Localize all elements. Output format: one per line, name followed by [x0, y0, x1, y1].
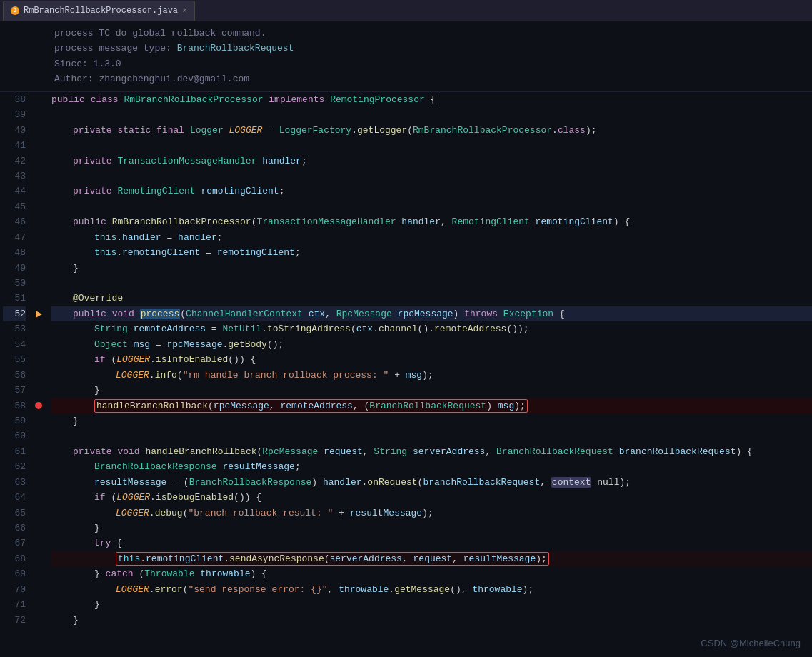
code-content: public class RmBranchRollbackProcessor i…: [46, 92, 812, 657]
ln-58: 58: [3, 398, 26, 413]
doc-line-2: process message type: BranchRollbackRequ…: [54, 41, 805, 56]
ln-47: 47: [3, 230, 26, 245]
ln-41: 41: [3, 138, 26, 153]
doc-line-1: process TC do global rollback command.: [54, 26, 805, 41]
code-line-51: @Override: [51, 291, 812, 306]
execution-arrow: [36, 311, 42, 318]
code-line-53: String remoteAddress = NetUtil.toStringA…: [51, 321, 812, 336]
gutter-55: [31, 352, 46, 367]
gutter-56: [31, 368, 46, 383]
gutter-46: [31, 214, 46, 229]
ln-59: 59: [3, 413, 26, 428]
code-line-57: }: [51, 383, 812, 398]
code-area: 38 39 40 41 42 43 44 45 46 47 48 49 50 5…: [0, 92, 812, 657]
code-line-65: LOGGER.debug("branch rollback result: " …: [51, 506, 812, 521]
ln-55: 55: [3, 352, 26, 367]
ln-66: 66: [3, 521, 26, 536]
doc-line-4: Author: zhangchenghui.dev@gmail.com: [54, 71, 805, 86]
ln-65: 65: [3, 506, 26, 521]
ln-46: 46: [3, 214, 26, 229]
ln-39: 39: [3, 107, 26, 122]
gutter-58: [31, 398, 46, 413]
code-line-52: public void process(ChannelHandlerContex…: [51, 306, 812, 321]
gutter-54: [31, 337, 46, 352]
code-line-56: LOGGER.info("rm handle branch rollback p…: [51, 368, 812, 383]
ln-43: 43: [3, 169, 26, 184]
editor-container: process TC do global rollback command. p…: [0, 21, 812, 657]
gutter-68: [31, 551, 46, 566]
code-line-70: LOGGER.error("send response error: {}", …: [51, 582, 812, 597]
code-line-40: private static final Logger LOGGER = Log…: [51, 123, 812, 138]
gutter-38: [31, 92, 46, 107]
line-numbers: 38 39 40 41 42 43 44 45 46 47 48 49 50 5…: [0, 92, 31, 657]
gutter-42: [31, 154, 46, 169]
code-line-49: }: [51, 261, 812, 276]
gutter-66: [31, 521, 46, 536]
ln-53: 53: [3, 321, 26, 336]
code-line-48: this.remotingClient = remotingClient;: [51, 245, 812, 260]
ln-51: 51: [3, 291, 26, 306]
close-icon[interactable]: ×: [182, 6, 187, 15]
gutter-71: [31, 597, 46, 612]
code-line-64: if (LOGGER.isDebugEnabled()) {: [51, 490, 812, 505]
code-line-54: Object msg = rpcMessage.getBody();: [51, 337, 812, 352]
code-line-69: } catch (Throwable throwable) {: [51, 566, 812, 581]
code-line-60: [51, 428, 812, 443]
gutter-62: [31, 459, 46, 474]
ln-67: 67: [3, 536, 26, 551]
ln-50: 50: [3, 276, 26, 291]
gutter-39: [31, 107, 46, 122]
gutter-67: [31, 536, 46, 551]
code-line-44: private RemotingClient remotingClient;: [51, 184, 812, 199]
code-line-39: [51, 107, 812, 122]
gutter-60: [31, 428, 46, 443]
gutter-45: [31, 199, 46, 214]
gutter-41: [31, 138, 46, 153]
code-line-55: if (LOGGER.isInfoEnabled()) {: [51, 352, 812, 367]
ln-42: 42: [3, 154, 26, 169]
ln-49: 49: [3, 261, 26, 276]
code-line-47: this.handler = handler;: [51, 230, 812, 245]
ln-57: 57: [3, 383, 26, 398]
gutter-49: [31, 261, 46, 276]
file-tab[interactable]: J RmBranchRollbackProcessor.java ×: [3, 1, 195, 21]
ln-52: 52: [3, 306, 26, 321]
ln-63: 63: [3, 475, 26, 490]
gutter-64: [31, 490, 46, 505]
gutter-65: [31, 506, 46, 521]
ln-62: 62: [3, 459, 26, 474]
gutter-59: [31, 413, 46, 428]
gutter-57: [31, 383, 46, 398]
code-line-62: BranchRollbackResponse resultMessage;: [51, 459, 812, 474]
code-line-41: [51, 138, 812, 153]
gutter-47: [31, 230, 46, 245]
ln-69: 69: [3, 566, 26, 581]
ln-48: 48: [3, 245, 26, 260]
ln-64: 64: [3, 490, 26, 505]
code-line-43: [51, 169, 812, 184]
code-line-66: }: [51, 521, 812, 536]
gutter-69: [31, 566, 46, 581]
ln-54: 54: [3, 337, 26, 352]
ln-71: 71: [3, 597, 26, 612]
code-line-61: private void handleBranchRollback(RpcMes…: [51, 444, 812, 459]
code-line-50: [51, 276, 812, 291]
doc-comment-block: process TC do global rollback command. p…: [0, 21, 812, 92]
ln-72: 72: [3, 613, 26, 628]
gutter-72: [31, 613, 46, 628]
code-line-59: }: [51, 413, 812, 428]
code-line-68: this.remotingClient.sendAsyncResponse(se…: [51, 551, 812, 566]
gutter: [31, 92, 46, 657]
code-line-42: private TransactionMessageHandler handle…: [51, 154, 812, 169]
code-line-63: resultMessage = (BranchRollbackResponse)…: [51, 475, 812, 490]
gutter-70: [31, 582, 46, 597]
code-line-58: handleBranchRollback(rpcMessage, remoteA…: [51, 398, 812, 413]
ln-56: 56: [3, 368, 26, 383]
ln-60: 60: [3, 428, 26, 443]
gutter-40: [31, 123, 46, 138]
code-line-67: try {: [51, 536, 812, 551]
gutter-63: [31, 475, 46, 490]
code-line-46: public RmBranchRollbackProcessor(Transac…: [51, 214, 812, 229]
gutter-48: [31, 245, 46, 260]
java-icon: J: [11, 6, 19, 15]
